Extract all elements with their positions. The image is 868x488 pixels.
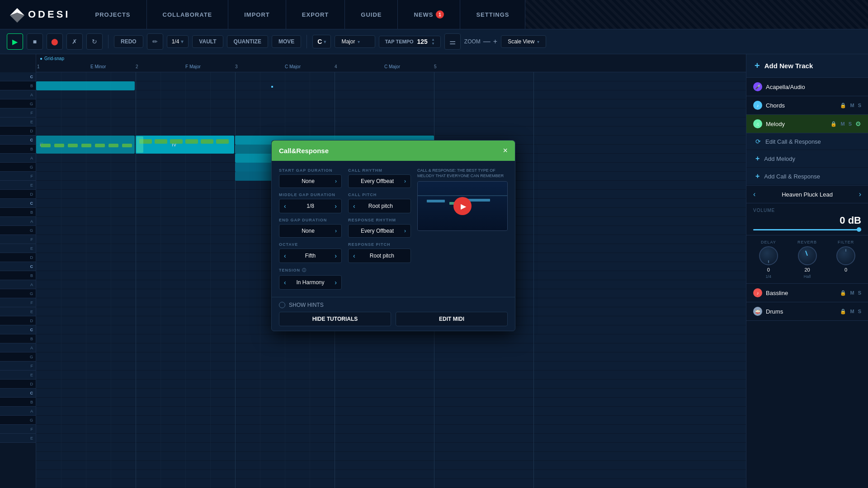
- piano-key-f1[interactable]: F: [0, 361, 36, 371]
- track-item-drums[interactable]: 🥁 Drums 🔒 M S: [746, 302, 868, 321]
- filter-knob[interactable]: [836, 246, 855, 265]
- piano-key-e2[interactable]: E: [0, 307, 36, 316]
- piano-key-a4[interactable]: A: [0, 154, 36, 163]
- piano-key-e3[interactable]: E: [0, 244, 36, 253]
- piano-key-b0[interactable]: B: [0, 398, 36, 407]
- piano-key-c4[interactable]: C: [0, 199, 36, 208]
- submenu-add-melody[interactable]: + Add Melody: [746, 150, 868, 168]
- piano-key-b5[interactable]: B: [0, 81, 36, 90]
- track-item-chords[interactable]: ♪ Chords 🔒 M S: [746, 96, 868, 115]
- piano-key-g3[interactable]: G: [0, 226, 36, 235]
- piano-key-f0[interactable]: F: [0, 425, 36, 434]
- nav-item-export[interactable]: EXPORT: [286, 0, 345, 29]
- drums-s-btn[interactable]: S: [858, 309, 861, 314]
- piano-key-a2[interactable]: A: [0, 280, 36, 289]
- piano-key-d1[interactable]: D: [0, 380, 36, 389]
- octave-prev[interactable]: ‹: [284, 252, 286, 259]
- piano-key-b2[interactable]: B: [0, 271, 36, 280]
- delay-knob[interactable]: [759, 246, 778, 265]
- tap-tempo-group[interactable]: TAP TEMPO 125 ▲ ▼: [379, 36, 440, 48]
- middle-gap-control[interactable]: ‹ 1/8 ›: [279, 199, 342, 213]
- nav-item-guide[interactable]: GUIDE: [345, 0, 398, 29]
- piano-key-c3[interactable]: C: [0, 262, 36, 271]
- piano-key-e0[interactable]: E: [0, 434, 36, 443]
- hide-tutorials-button[interactable]: HIDE TUTORIALS: [279, 312, 391, 326]
- bassline-m-btn[interactable]: M: [850, 290, 854, 296]
- eq-button[interactable]: ⚌: [444, 33, 461, 50]
- volume-slider[interactable]: [753, 229, 861, 230]
- tension-control[interactable]: ‹ In Harmony ›: [279, 275, 342, 290]
- track-item-melody[interactable]: ♫ Melody 🔒 M S ⚙: [746, 115, 868, 133]
- piano-key-d5[interactable]: D: [0, 127, 36, 136]
- piano-key-g2[interactable]: G: [0, 289, 36, 298]
- zoom-out-button[interactable]: —: [483, 38, 491, 46]
- drums-m-btn[interactable]: M: [850, 309, 854, 314]
- move-button[interactable]: MOVE: [272, 35, 301, 48]
- snap-select[interactable]: 1/4 ▾: [167, 35, 189, 48]
- nav-item-import[interactable]: IMPORT: [228, 0, 286, 29]
- response-rhythm-control[interactable]: Every Offbeat ›: [348, 224, 411, 238]
- piano-key-g0[interactable]: G: [0, 416, 36, 425]
- nav-item-collaborate[interactable]: COLLABORATE: [147, 0, 229, 29]
- chords-clip-1[interactable]: [36, 81, 135, 90]
- instrument-nav[interactable]: ‹ Heaven Pluck Lead ›: [746, 186, 868, 203]
- stop-button[interactable]: ■: [27, 33, 43, 50]
- quantize-button[interactable]: QUANTIZE: [227, 35, 268, 48]
- vault-button[interactable]: VAULT: [192, 35, 223, 48]
- piano-key-a5[interactable]: A: [0, 90, 36, 99]
- piano-key-a0[interactable]: A: [0, 407, 36, 416]
- piano-key-d2[interactable]: D: [0, 316, 36, 325]
- piano-key-e4[interactable]: E: [0, 181, 36, 190]
- piano-key-a3[interactable]: A: [0, 217, 36, 226]
- piano-key-f2[interactable]: F: [0, 298, 36, 307]
- bassline-s-btn[interactable]: S: [858, 290, 861, 296]
- nav-item-settings[interactable]: SETTINGS: [460, 0, 525, 29]
- chords-m-btn[interactable]: M: [850, 103, 854, 108]
- scale-view-select[interactable]: Scale View ▾: [501, 35, 546, 48]
- add-track-button[interactable]: + Add New Track: [746, 54, 868, 78]
- melody-gear-icon[interactable]: ⚙: [855, 120, 861, 127]
- piano-key-f3[interactable]: F: [0, 235, 36, 244]
- piano-key-g4[interactable]: G: [0, 163, 36, 172]
- piano-key-c6[interactable]: C: [0, 72, 36, 81]
- piano-key-e1[interactable]: E: [0, 371, 36, 380]
- zoom-in-button[interactable]: +: [493, 38, 497, 46]
- volume-slider-container[interactable]: [753, 229, 861, 230]
- call-pitch-prev[interactable]: ‹: [353, 202, 355, 210]
- call-rhythm-control[interactable]: Every Offbeat ›: [348, 174, 411, 188]
- piano-key-f5[interactable]: F: [0, 108, 36, 117]
- pencil-button[interactable]: ✏: [147, 33, 163, 50]
- middle-gap-next[interactable]: ›: [335, 202, 337, 210]
- track-item-acapella[interactable]: 🎤 Acapella/Audio: [746, 78, 868, 96]
- piano-key-c5[interactable]: C: [0, 136, 36, 145]
- melody-m-btn[interactable]: M: [840, 121, 844, 127]
- instrument-next-icon[interactable]: ›: [859, 190, 861, 198]
- piano-key-d4[interactable]: D: [0, 190, 36, 199]
- call-pitch-control[interactable]: ‹ Root pitch: [348, 199, 411, 213]
- response-pitch-prev[interactable]: ‹: [353, 252, 355, 259]
- video-thumbnail[interactable]: ▶: [417, 181, 508, 231]
- piano-key-b4[interactable]: B: [0, 145, 36, 154]
- key-select[interactable]: C ▾: [312, 35, 331, 48]
- submenu-edit-call-response[interactable]: ⟳ Edit Call & Response: [746, 133, 868, 150]
- loop-button[interactable]: ↻: [86, 33, 103, 50]
- response-pitch-control[interactable]: ‹ Root pitch: [348, 249, 411, 263]
- melody-clip-2[interactable]: IV: [136, 136, 234, 154]
- volume-knob[interactable]: [857, 227, 861, 232]
- start-gap-control[interactable]: None ›: [279, 174, 342, 188]
- piano-key-b3[interactable]: B: [0, 208, 36, 217]
- piano-key-c2[interactable]: C: [0, 325, 36, 334]
- reverb-knob[interactable]: [798, 246, 817, 265]
- piano-key-b1[interactable]: B: [0, 334, 36, 343]
- scale-select[interactable]: Major ▾: [335, 35, 375, 48]
- piano-key-a1[interactable]: A: [0, 343, 36, 352]
- piano-key-c1[interactable]: C: [0, 389, 36, 398]
- melody-s-btn[interactable]: S: [849, 121, 852, 127]
- nav-item-projects[interactable]: PROJECTS: [79, 0, 146, 29]
- instrument-prev-icon[interactable]: ‹: [753, 190, 755, 198]
- tempo-stepper[interactable]: ▲ ▼: [431, 38, 435, 46]
- redo-button[interactable]: REDO: [114, 35, 143, 48]
- nav-item-news[interactable]: NEWS 1: [398, 0, 460, 29]
- submenu-add-call-response[interactable]: + Add Call & Response: [746, 168, 868, 185]
- track-item-bassline[interactable]: ♪ Bassline 🔒 M S: [746, 284, 868, 302]
